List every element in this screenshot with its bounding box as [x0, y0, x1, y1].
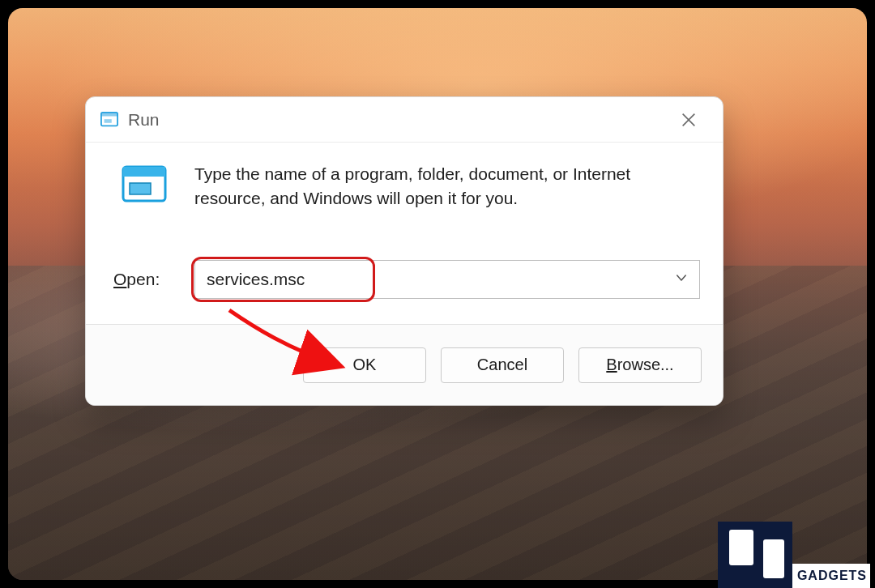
cancel-button[interactable]: Cancel [441, 347, 564, 383]
close-icon [680, 111, 698, 129]
svg-rect-2 [105, 119, 112, 123]
watermark-text: GADGETS [792, 564, 870, 588]
instruction-text: Type the name of a program, folder, docu… [194, 162, 700, 211]
svg-rect-7 [130, 183, 151, 194]
chevron-down-icon[interactable] [674, 270, 689, 289]
watermark: GADGETS [718, 522, 870, 588]
titlebar: Run [86, 97, 723, 143]
dialog-footer: OK Cancel Browse... [86, 324, 723, 405]
ok-button[interactable]: OK [303, 347, 426, 383]
close-button[interactable] [669, 100, 708, 139]
run-icon [100, 111, 118, 129]
open-label: Open: [109, 260, 180, 299]
run-large-icon [109, 162, 180, 202]
dialog-title: Run [128, 110, 160, 130]
open-input-value: services.msc [207, 270, 305, 289]
browse-button[interactable]: Browse... [578, 347, 702, 383]
watermark-logo [718, 522, 792, 588]
dialog-body: Type the name of a program, folder, docu… [86, 143, 723, 324]
run-dialog: Run Type the name of a program, folder, … [85, 96, 723, 406]
open-combobox[interactable]: services.msc [194, 260, 700, 299]
svg-rect-1 [101, 113, 117, 117]
svg-rect-6 [123, 167, 165, 177]
open-combo-wrap: services.msc [194, 260, 700, 299]
